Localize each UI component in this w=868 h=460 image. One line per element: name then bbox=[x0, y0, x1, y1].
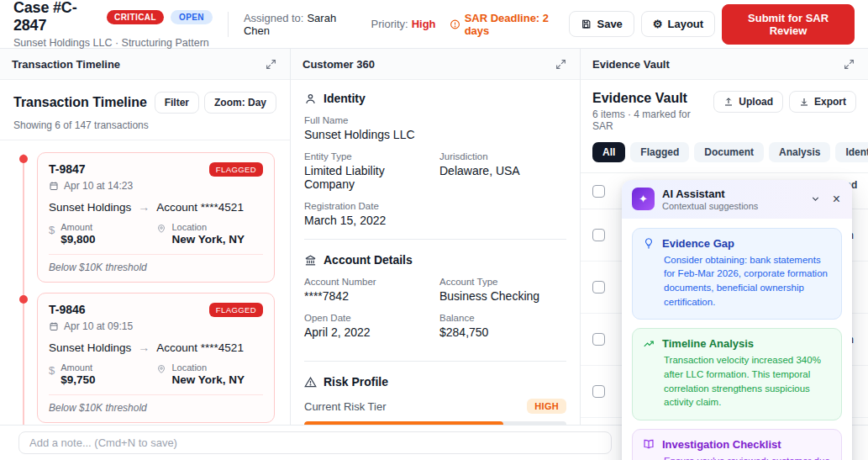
priority: Priority:High bbox=[371, 18, 436, 30]
transaction-destination: Account ****4521 bbox=[156, 341, 244, 354]
transaction-id: T-9846 bbox=[49, 303, 86, 316]
timeline-expand-button[interactable] bbox=[264, 57, 278, 71]
evidence-panel-header: Evidence Vault bbox=[581, 49, 868, 80]
ai-card-investigation-checklist[interactable]: Investigation Checklist Ensure you've re… bbox=[632, 429, 842, 460]
critical-badge: CRITICAL bbox=[107, 10, 164, 24]
assigned-to: Assigned to:Sarah Chen bbox=[244, 12, 358, 37]
row-checkbox[interactable] bbox=[592, 229, 605, 241]
risk-tier-label: Current Risk Tier bbox=[304, 400, 387, 413]
layout-button[interactable]: ⚙ Layout bbox=[641, 11, 715, 37]
location-label: Location bbox=[172, 222, 245, 232]
evidence-summary: 6 items · 4 marked for SAR bbox=[592, 108, 713, 132]
timeline-toolbar: Transaction Timeline Filter Zoom: Day Sh… bbox=[0, 80, 290, 140]
transaction-id: T-9847 bbox=[49, 162, 86, 176]
risk-tier-badge: HIGH bbox=[527, 399, 566, 414]
filter-tab-flagged[interactable]: Flagged bbox=[630, 142, 689, 162]
customer-360-panel: Customer 360 Identity Full Name Sunset H… bbox=[290, 49, 580, 425]
location-pin-icon bbox=[156, 224, 166, 234]
upload-button[interactable]: Upload bbox=[713, 91, 783, 113]
ai-card-timeline-analysis[interactable]: Timeline Analysis Transaction velocity i… bbox=[632, 328, 842, 420]
full-name-field: Full Name Sunset Holdings LLC bbox=[304, 115, 566, 141]
save-button[interactable]: Save bbox=[569, 11, 634, 37]
customer-panel-title: Customer 360 bbox=[302, 58, 375, 71]
deadline-text: SAR Deadline: 2 days bbox=[465, 12, 570, 37]
close-icon: × bbox=[833, 193, 840, 206]
transaction-datetime: Apr 10 at 14:23 bbox=[64, 180, 133, 192]
row-checkbox[interactable] bbox=[592, 281, 605, 293]
location-label: Location bbox=[172, 362, 245, 373]
ai-collapse-button[interactable] bbox=[808, 192, 823, 206]
filter-tab-all[interactable]: All bbox=[592, 142, 625, 162]
account-section-title: Account Details bbox=[304, 253, 566, 267]
transaction-destination: Account ****4521 bbox=[156, 201, 244, 214]
arrow-right-icon: → bbox=[138, 341, 150, 354]
ai-assistant-subtitle: Contextual suggestions bbox=[662, 201, 758, 211]
amount-value: $9,750 bbox=[60, 373, 95, 386]
chevron-down-icon bbox=[810, 193, 821, 204]
row-checkbox[interactable] bbox=[592, 385, 605, 398]
location-value: New York, NY bbox=[172, 373, 245, 386]
save-label: Save bbox=[597, 18, 622, 30]
evidence-expand-button[interactable] bbox=[842, 57, 856, 71]
bank-icon bbox=[304, 254, 317, 267]
transaction-card[interactable]: T-9846 FLAGGED Apr 10 at 09:15 Sunset Ho… bbox=[37, 293, 275, 423]
location-pin-icon bbox=[156, 364, 166, 374]
priority-label: Priority: bbox=[371, 18, 408, 30]
risk-section-title: Risk Profile bbox=[304, 375, 566, 389]
jurisdiction-field: Jurisdiction Delaware, USA bbox=[439, 151, 566, 191]
entity-type-field: Entity Type Limited Liability Company bbox=[304, 151, 431, 191]
case-title-block: Case #C-2847 CRITICAL OPEN Sunset Holdin… bbox=[13, 0, 213, 49]
customer-panel-header: Customer 360 bbox=[291, 49, 580, 80]
location-value: New York, NY bbox=[172, 233, 245, 246]
filter-button[interactable]: Filter bbox=[155, 92, 199, 114]
ai-sparkles-icon: ✦ bbox=[632, 188, 655, 210]
lightbulb-icon bbox=[643, 237, 655, 249]
ai-card-evidence-gap[interactable]: Evidence Gap Consider obtaining: bank st… bbox=[632, 228, 842, 320]
evidence-toolbar: Evidence Vault 6 items · 4 marked for SA… bbox=[581, 80, 868, 162]
case-subtitle: Sunset Holdings LLC · Structuring Patter… bbox=[13, 37, 213, 49]
section-divider bbox=[304, 239, 566, 240]
transaction-datetime: Apr 10 at 09:15 bbox=[64, 320, 133, 332]
row-checkbox[interactable] bbox=[592, 333, 605, 346]
calendar-icon bbox=[49, 181, 59, 191]
save-icon bbox=[581, 19, 592, 29]
card-divider bbox=[49, 254, 263, 255]
amount-label: Amount bbox=[60, 222, 95, 232]
card-divider bbox=[49, 394, 263, 395]
filter-tab-identity[interactable]: Identity bbox=[835, 142, 868, 162]
ai-close-button[interactable]: × bbox=[831, 191, 842, 208]
timeline-list: T-9847 FLAGGED Apr 10 at 14:23 Sunset Ho… bbox=[0, 140, 290, 425]
flagged-badge: FLAGGED bbox=[209, 162, 263, 177]
timeline-heading: Transaction Timeline bbox=[13, 95, 147, 110]
select-all-checkbox[interactable] bbox=[592, 185, 605, 198]
customer-expand-button[interactable] bbox=[554, 57, 568, 71]
filter-tab-document[interactable]: Document bbox=[694, 142, 764, 162]
evidence-heading: Evidence Vault bbox=[592, 91, 713, 106]
case-management-app: Case #C-2847 CRITICAL OPEN Sunset Holdin… bbox=[0, 0, 868, 460]
calendar-icon bbox=[49, 321, 59, 331]
expand-icon bbox=[844, 59, 855, 70]
zoom-day-button[interactable]: Zoom: Day bbox=[204, 92, 276, 114]
timeline-dot bbox=[19, 295, 28, 304]
submit-sar-button[interactable]: Submit for SAR Review bbox=[722, 4, 855, 45]
filter-tab-analysis[interactable]: Analysis bbox=[769, 142, 830, 162]
account-number-field: Account Number ****7842 bbox=[304, 277, 431, 303]
export-button[interactable]: Export bbox=[789, 91, 856, 113]
customer-panel-body: Identity Full Name Sunset Holdings LLC E… bbox=[291, 80, 580, 425]
note-input[interactable] bbox=[18, 431, 612, 454]
ai-assistant-popup: ✦ AI Assistant Contextual suggestions × … bbox=[622, 180, 852, 460]
balance-field: Balance $284,750 bbox=[439, 313, 566, 339]
evidence-panel-title: Evidence Vault bbox=[592, 58, 670, 71]
risk-tier-row: Current Risk Tier HIGH bbox=[304, 399, 566, 414]
transaction-card[interactable]: T-9847 FLAGGED Apr 10 at 14:23 Sunset Ho… bbox=[37, 152, 275, 283]
evidence-filters: All Flagged Document Analysis Identity bbox=[592, 142, 856, 162]
alert-circle-icon bbox=[450, 19, 460, 30]
flagged-badge: FLAGGED bbox=[209, 303, 263, 317]
account-type-field: Account Type Business Checking bbox=[439, 277, 566, 303]
warning-triangle-icon bbox=[304, 376, 317, 389]
registration-date-field: Registration Date March 15, 2022 bbox=[304, 201, 566, 227]
expand-icon bbox=[555, 59, 566, 70]
priority-value: High bbox=[412, 18, 436, 30]
transaction-note: Below $10K threshold bbox=[49, 262, 263, 273]
transaction-source: Sunset Holdings bbox=[49, 201, 131, 214]
